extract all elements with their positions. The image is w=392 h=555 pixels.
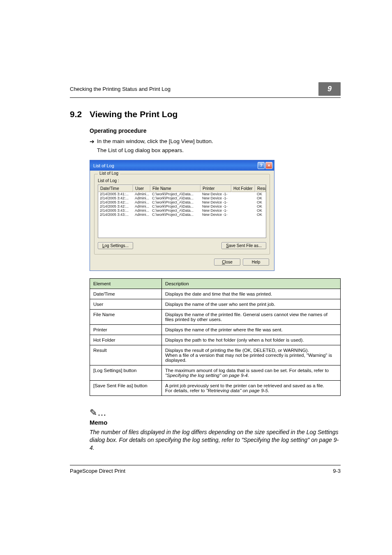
col-hot-folder[interactable]: Hot Folder — [231, 185, 255, 192]
help-button[interactable]: Help — [243, 259, 269, 266]
desc-row: UserDisplays the name of the user who se… — [90, 299, 341, 310]
table-header-row: Date/Time User File Name Printer Hot Fol… — [98, 185, 266, 192]
dialog-body: List of Log List of Log : Date/Time User… — [90, 171, 274, 271]
desc-element: User — [90, 299, 162, 310]
section-number: 9.2 — [70, 109, 90, 119]
desc-description: Displays the path to the hot folder (onl… — [162, 335, 341, 345]
table-row[interactable]: 2/14/2005 3:41:...Admini...C:\work\Proje… — [98, 192, 266, 196]
desc-head-row: Element Description — [90, 279, 341, 289]
desc-head-description: Description — [162, 279, 341, 289]
desc-row: ResultDisplays the result of printing th… — [90, 345, 341, 365]
dialog-title: List of Log — [93, 163, 114, 168]
page-header: Checking the Printing Status and Print L… — [70, 82, 341, 98]
desc-description: Displays the date and time that the file… — [162, 289, 341, 299]
desc-row: PrinterDisplays the name of the printer … — [90, 325, 341, 335]
col-date-time[interactable]: Date/Time — [98, 185, 133, 192]
desc-row: [Log Settings] buttonThe maximum amount … — [90, 365, 341, 381]
desc-element: Printer — [90, 325, 162, 335]
desc-row: [Save Sent File as] buttonA print job pr… — [90, 381, 341, 396]
save-sent-file-as-button[interactable]: Save Sent File as... — [221, 242, 266, 249]
desc-description: The maximum amount of log data that is s… — [162, 365, 341, 381]
desc-element: [Save Sent File as] button — [90, 381, 162, 396]
desc-description: Displays the result of printing the file… — [162, 345, 341, 365]
col-printer[interactable]: Printer — [201, 185, 231, 192]
memo-label: Memo — [90, 419, 341, 426]
inner-label: List of Log : — [98, 178, 266, 183]
memo-icon: ✎… — [90, 407, 341, 418]
dialog-bottom-buttons: Close Help — [94, 259, 270, 266]
memo-text: The number of files displayed in the log… — [90, 428, 341, 452]
desc-element: Date/Time — [90, 289, 162, 299]
table-row[interactable]: 2/14/2005 3:43:...Admini...C:\work\Proje… — [98, 213, 266, 217]
col-user[interactable]: User — [133, 185, 150, 192]
section-heading: 9.2Viewing the Print Log — [70, 109, 341, 119]
desc-description: Displays the name of the printer where t… — [162, 325, 341, 335]
titlebar-close-button[interactable]: × — [265, 162, 272, 169]
log-table[interactable]: Date/Time User File Name Printer Hot Fol… — [98, 185, 266, 238]
subheading: Operating procedure — [90, 127, 341, 134]
footer-left: PageScope Direct Print — [70, 468, 125, 474]
table-row[interactable]: 2/14/2005 3:42:...Admini...C:\work\Proje… — [98, 196, 266, 200]
footer-right: 9-3 — [333, 468, 341, 474]
description-table: Element Description Date/TimeDisplays th… — [90, 278, 341, 396]
content: Operating procedure ➔ In the main window… — [90, 127, 341, 452]
titlebar-buttons: ? × — [258, 162, 272, 169]
log-settings-button[interactable]: Log Settings... — [98, 242, 133, 249]
desc-description: Displays the name of the user who sent t… — [162, 299, 341, 310]
step-line: ➔ In the main window, click the [Log Vie… — [90, 138, 341, 145]
page: Checking the Printing Status and Print L… — [0, 0, 392, 499]
desc-row: Date/TimeDisplays the date and time that… — [90, 289, 341, 299]
running-title: Checking the Printing Status and Print L… — [70, 86, 171, 92]
desc-row: File NameDisplays the name of the printe… — [90, 310, 341, 325]
group-label: List of Log — [98, 171, 120, 176]
step-text: In the main window, click the [Log View]… — [97, 138, 213, 145]
col-file-name[interactable]: File Name — [150, 185, 201, 192]
table-row[interactable]: 2/14/2005 3:42:...Admini...C:\work\Proje… — [98, 200, 266, 204]
section-title: Viewing the Print Log — [90, 109, 178, 119]
table-rows: 2/14/2005 3:41:...Admini...C:\work\Proje… — [98, 192, 266, 217]
desc-head-element: Element — [90, 279, 162, 289]
desc-element: Hot Folder — [90, 335, 162, 345]
group-buttons: Log Settings... Save Sent File as... — [98, 242, 266, 249]
table-row[interactable]: 2/14/2005 3:42:...Admini...C:\work\Proje… — [98, 204, 266, 208]
desc-row: Hot FolderDisplays the path to the hot f… — [90, 335, 341, 345]
list-of-log-group: List of Log List of Log : Date/Time User… — [94, 174, 270, 254]
table-row[interactable]: 2/14/2005 3:43:...Admini...C:\work\Proje… — [98, 208, 266, 213]
titlebar-help-button[interactable]: ? — [258, 162, 265, 169]
step-follow: The List of Log dialog box appears. — [97, 147, 341, 153]
arrow-icon: ➔ — [90, 138, 97, 145]
memo-block: ✎… Memo The number of files displayed in… — [90, 407, 341, 452]
desc-element: Result — [90, 345, 162, 365]
list-of-log-dialog: List of Log ? × List of Log List of Log … — [90, 160, 274, 271]
desc-element: File Name — [90, 310, 162, 325]
dialog-titlebar: List of Log ? × — [90, 160, 274, 171]
desc-description: Displays the name of the printed file. G… — [162, 310, 341, 325]
page-footer: PageScope Direct Print 9-3 — [70, 465, 341, 474]
chapter-badge: 9 — [318, 82, 341, 96]
col-result[interactable]: Result — [255, 185, 266, 192]
desc-element: [Log Settings] button — [90, 365, 162, 381]
close-button[interactable]: Close — [214, 259, 240, 266]
desc-description: A print job previously sent to the print… — [162, 381, 341, 396]
